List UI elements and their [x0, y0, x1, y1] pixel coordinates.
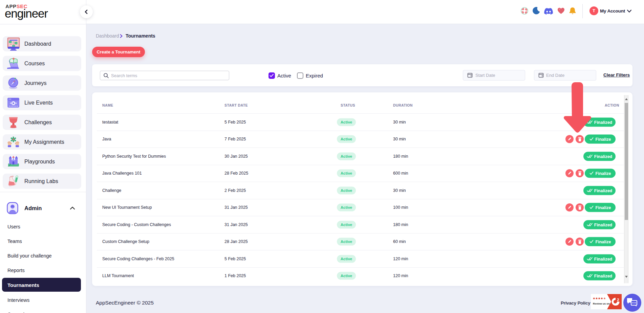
- svg-text:2: 2: [617, 298, 619, 302]
- svg-text:Review us on: Review us on: [593, 302, 610, 305]
